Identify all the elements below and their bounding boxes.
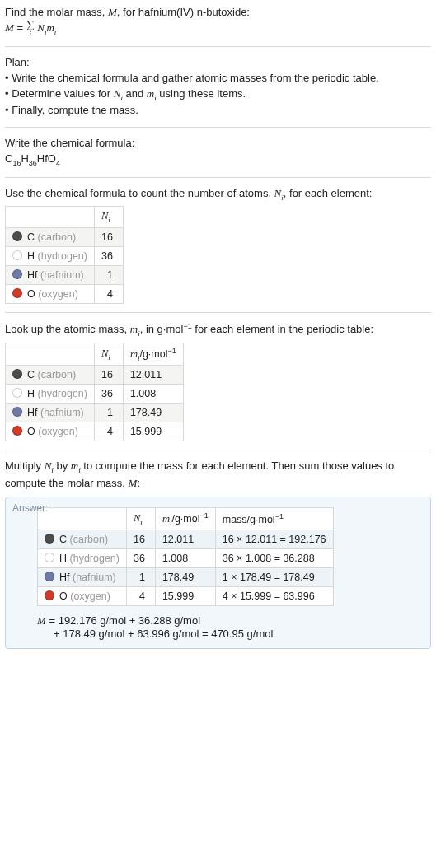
symbol: Hf (27, 407, 38, 418)
symbol: H (27, 250, 35, 262)
table-row: Ni mi/g·mol−1 mass/g·mol−1 (38, 507, 334, 530)
n-cell: 1 (94, 404, 123, 422)
var-M: M (37, 614, 46, 627)
chemical-formula: C16H36HfO4 (5, 152, 431, 169)
m-cell: 178.49 (123, 404, 183, 422)
unit: mass/g·mol (223, 514, 275, 525)
n-cell: 1 (94, 265, 123, 284)
text: for each element in the periodic table: (192, 323, 373, 335)
atomic-table: Ni mi/g·mol−1 C (carbon) 16 12.011 H (hy… (5, 343, 184, 442)
name: (hafnium) (40, 407, 84, 418)
element-cell: H (hydrogen) (38, 549, 127, 568)
element-swatch-icon (45, 534, 54, 544)
table-row: Hf (hafnium) 1 178.49 (6, 404, 184, 422)
text: , for each element: (284, 187, 373, 199)
table-row: H (hydrogen) 36 1.008 (6, 385, 184, 404)
name: (hafnium) (40, 269, 84, 281)
formula-section: Write the chemical formula: C16H36HfO4 (5, 134, 431, 177)
sub-i: i (140, 517, 143, 525)
m-cell: 12.011 (123, 366, 183, 385)
table-row: O (oxygen) 4 (6, 284, 124, 303)
element-cell: O (oxygen) (6, 422, 95, 441)
table-row: Ni (6, 207, 124, 228)
multiply-title: Multiply Ni by mi to compute the mass fo… (5, 459, 431, 491)
text: Use the chemical formula to count the nu… (5, 187, 274, 199)
eq-sign: = (14, 21, 26, 34)
col-mass: mass/g·mol−1 (215, 507, 333, 530)
name: (hydrogen) (38, 250, 87, 262)
element-swatch-icon (12, 388, 22, 398)
exp: −1 (275, 512, 284, 520)
col-N: Ni (94, 343, 123, 366)
name: (hafnium) (73, 572, 116, 583)
n-cell: 36 (94, 246, 123, 265)
unit: /g·mol (171, 513, 199, 525)
col-N: Ni (126, 507, 155, 530)
table-row: C (carbon) 16 (6, 227, 124, 246)
text: Find the molar mass, (5, 6, 108, 18)
sub-i: i (108, 352, 110, 361)
element-cell: Hf (hafnium) (6, 404, 95, 422)
element-swatch-icon (45, 572, 54, 581)
element-cell: C (carbon) (38, 530, 127, 549)
text: : (137, 477, 140, 489)
m-cell: 15.999 (123, 422, 183, 441)
name: (oxygen) (38, 288, 78, 300)
element-cell: C (carbon) (6, 227, 95, 246)
text: = 192.176 g/mol + 36.288 g/mol (46, 614, 200, 627)
symbol: C (59, 534, 67, 545)
symbol: O (27, 426, 35, 437)
symbol: O (59, 590, 68, 602)
var-m: m (130, 348, 138, 360)
text: + 178.49 g/mol + 63.996 g/mol = 470.95 g… (54, 628, 273, 640)
var-M: M (5, 21, 14, 34)
element-cell: Hf (hafnium) (38, 568, 127, 587)
table-row: Hf (hafnium) 1 (6, 265, 124, 284)
exp: −1 (199, 511, 208, 520)
var-M: M (129, 477, 138, 489)
text: using these items. (157, 87, 246, 100)
count-title: Use the chemical formula to count the nu… (5, 186, 431, 203)
text: Look up the atomic mass, (5, 323, 130, 335)
count: 16 (12, 158, 21, 166)
answer-table: Ni mi/g·mol−1 mass/g·mol−1 C (carbon) 16… (37, 507, 334, 607)
var-N: N (274, 187, 282, 199)
exp: −1 (183, 322, 191, 330)
blank-header (38, 507, 127, 530)
n-cell: 36 (126, 549, 155, 568)
text: • Determine values for (5, 87, 114, 100)
n-cell: 4 (94, 284, 123, 303)
var-M: M (108, 6, 117, 18)
count: 36 (29, 158, 37, 166)
answer-box: Answer: Ni mi/g·mol−1 mass/g·mol−1 C (ca… (5, 497, 431, 650)
sub-i: i (108, 216, 110, 224)
n-cell: 16 (126, 530, 155, 549)
symbol: Hf (59, 572, 70, 583)
m-cell: 12.011 (155, 530, 215, 549)
n-cell: 36 (94, 385, 123, 404)
unit: /g·mol (139, 348, 167, 360)
plan-bullet: • Write the chemical formula and gather … (5, 71, 431, 86)
text: and (123, 87, 147, 100)
table-row: O (oxygen) 4 15.999 (6, 422, 184, 441)
var-N: N (37, 21, 45, 34)
element-cell: H (hydrogen) (6, 246, 95, 265)
elem: H (21, 152, 28, 165)
m-cell: 15.999 (155, 587, 215, 606)
result-line2: + 178.49 g/mol + 63.996 g/mol = 470.95 g… (37, 628, 422, 640)
var-m: m (46, 21, 54, 34)
symbol: O (27, 288, 35, 300)
text: Multiply (5, 460, 45, 472)
intro-section: Find the molar mass, M, for hafnium(IV) … (5, 3, 431, 47)
blank-header (6, 343, 95, 366)
mass-cell: 16 × 12.011 = 192.176 (215, 530, 333, 549)
mass-cell: 4 × 15.999 = 63.996 (215, 587, 333, 606)
multiply-section: Multiply Ni by mi to compute the mass fo… (5, 457, 431, 657)
sigma-icon: ∑ (26, 18, 35, 30)
element-swatch-icon (12, 369, 22, 379)
element-swatch-icon (12, 426, 22, 436)
m-cell: 178.49 (155, 568, 215, 587)
table-row: Hf (hafnium) 1 178.49 1 × 178.49 = 178.4… (38, 568, 334, 587)
element-swatch-icon (12, 407, 22, 417)
mass-cell: 1 × 178.49 = 178.49 (215, 568, 333, 587)
